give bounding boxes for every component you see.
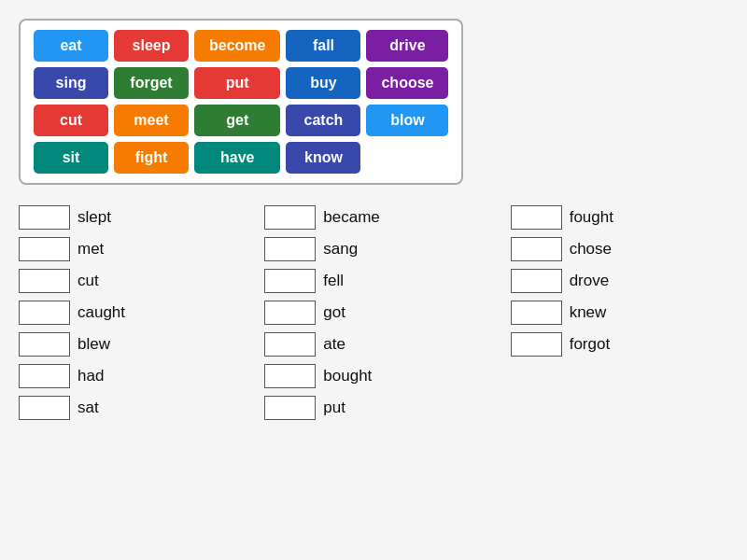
word-btn-fall[interactable]: fall (286, 30, 360, 62)
list-item: cut (19, 269, 236, 293)
list-item: fell (264, 269, 482, 293)
answer-input-put[interactable] (264, 396, 316, 420)
list-item: put (264, 396, 482, 420)
word-btn-fight[interactable]: fight (114, 142, 189, 174)
word-btn-cut[interactable]: cut (34, 105, 108, 136)
past-word-label: put (323, 399, 345, 417)
past-word-label: forgot (570, 335, 610, 354)
word-bank-container: eatsleepbecomefalldrivesingforgetputbuyc… (19, 19, 463, 185)
answer-input-drove[interactable] (511, 269, 562, 293)
word-btn-buy[interactable]: buy (286, 67, 360, 99)
answer-input-got[interactable] (264, 301, 316, 325)
past-word-label: bought (323, 367, 372, 385)
answer-input-cut[interactable] (19, 269, 70, 293)
word-btn-know[interactable]: know (286, 142, 360, 174)
past-word-label: fought (570, 208, 613, 227)
answer-input-met[interactable] (19, 237, 70, 261)
word-btn-forget[interactable]: forget (114, 67, 189, 99)
past-word-label: sat (78, 399, 99, 417)
list-item: knew (511, 301, 728, 325)
past-word-label: drove (570, 272, 610, 290)
list-item: met (19, 237, 236, 261)
past-word-label: slept (78, 208, 111, 227)
answer-input-slept[interactable] (19, 205, 70, 230)
answer-input-fought[interactable] (511, 205, 562, 230)
list-item: sang (264, 237, 482, 261)
past-word-label: chose (570, 240, 612, 259)
past-word-label: met (78, 240, 104, 259)
past-word-label: ate (323, 335, 345, 354)
column-0: sleptmetcutcaughtblewhadsat (19, 205, 236, 420)
list-item: slept (19, 205, 236, 230)
list-item: ate (264, 332, 482, 357)
past-word-label: fell (323, 272, 344, 290)
list-item: drove (511, 269, 728, 293)
column-2: foughtchosedroveknewforgot (511, 205, 728, 420)
word-btn-sing[interactable]: sing (34, 67, 108, 99)
list-item: had (19, 364, 236, 388)
past-word-label: sang (323, 240, 358, 259)
list-item: sat (19, 396, 236, 420)
column-1: becamesangfellgotateboughtput (264, 205, 482, 420)
list-item: chose (511, 237, 728, 261)
list-item: caught (19, 301, 236, 325)
word-btn-have[interactable]: have (194, 142, 280, 174)
answer-input-forgot[interactable] (511, 332, 562, 357)
word-btn-sit[interactable]: sit (34, 142, 108, 174)
answer-input-became[interactable] (264, 205, 316, 230)
answer-input-sang[interactable] (264, 237, 316, 261)
past-word-label: got (323, 303, 345, 322)
word-btn-meet[interactable]: meet (114, 105, 189, 136)
answer-input-bought[interactable] (264, 364, 316, 388)
past-word-label: became (323, 208, 379, 227)
exercise-area: sleptmetcutcaughtblewhadsatbecamesangfel… (19, 205, 728, 420)
answer-input-ate[interactable] (264, 332, 316, 357)
list-item: became (264, 205, 482, 230)
word-bank-grid: eatsleepbecomefalldrivesingforgetputbuyc… (34, 30, 448, 174)
answer-input-sat[interactable] (19, 396, 70, 420)
answer-input-chose[interactable] (511, 237, 562, 261)
answer-input-knew[interactable] (511, 301, 562, 325)
list-item: fought (511, 205, 728, 230)
word-btn-catch[interactable]: catch (286, 105, 360, 136)
past-word-label: had (78, 367, 104, 385)
word-btn-eat[interactable]: eat (34, 30, 108, 62)
word-btn-choose[interactable]: choose (366, 67, 448, 99)
list-item: blew (19, 332, 236, 357)
list-item: bought (264, 364, 482, 388)
past-word-label: blew (78, 335, 110, 354)
word-btn-get[interactable]: get (194, 105, 280, 136)
answer-input-caught[interactable] (19, 301, 70, 325)
word-btn-put[interactable]: put (194, 67, 280, 99)
past-word-label: caught (78, 303, 125, 322)
list-item: forgot (511, 332, 728, 357)
answer-input-fell[interactable] (264, 269, 316, 293)
past-word-label: knew (570, 303, 607, 322)
past-word-label: cut (78, 272, 99, 290)
word-btn-blow[interactable]: blow (366, 105, 448, 136)
answer-input-had[interactable] (19, 364, 70, 388)
word-btn-drive[interactable]: drive (366, 30, 448, 62)
word-btn-sleep[interactable]: sleep (114, 30, 189, 62)
list-item: got (264, 301, 482, 325)
word-btn-become[interactable]: become (194, 30, 280, 62)
answer-input-blew[interactable] (19, 332, 70, 357)
